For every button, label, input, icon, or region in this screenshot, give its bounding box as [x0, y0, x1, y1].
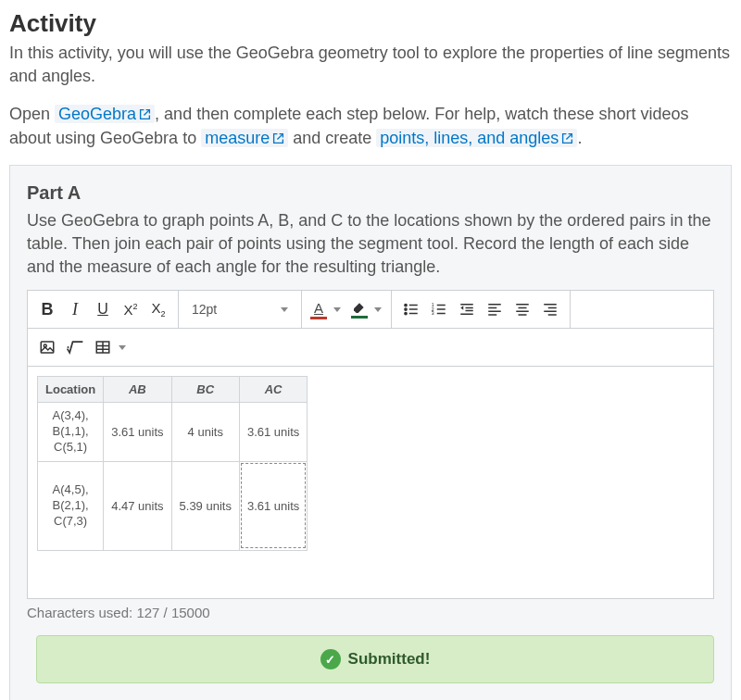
insert-equation-button[interactable] [61, 333, 89, 361]
cell-ab[interactable]: 3.61 units [104, 403, 171, 462]
chevron-down-icon[interactable] [374, 307, 382, 312]
toolbar-row-1: B I U X2 X2 12pt A [28, 291, 713, 329]
marker-icon [352, 300, 367, 315]
check-icon: ✓ [320, 649, 341, 669]
italic-button[interactable]: I [61, 295, 89, 323]
part-title: Part A [27, 182, 714, 204]
link-geogebra-label: GeoGebra [58, 105, 136, 123]
instruction-text: Open GeoGebra, and then complete each st… [9, 103, 732, 149]
bold-button[interactable]: B [33, 295, 61, 323]
link-measure-label: measure [205, 129, 270, 147]
link-geogebra[interactable]: GeoGebra [55, 105, 155, 123]
svg-text:3: 3 [432, 310, 434, 316]
align-center-button[interactable] [509, 295, 536, 323]
cell-location[interactable]: A(4,5), B(2,1), C(7,3) [38, 461, 104, 550]
bullet-list-button[interactable] [397, 295, 425, 323]
svg-rect-29 [41, 342, 54, 353]
loc-c: C(7,3) [45, 514, 95, 530]
svg-point-0 [405, 305, 407, 306]
col-ac: AC [239, 377, 307, 403]
cell-location[interactable]: A(3,4), B(1,1), C(5,1) [38, 403, 104, 462]
table-row: A(4,5), B(2,1), C(7,3) 4.47 units 5.39 u… [38, 461, 308, 550]
external-link-icon [561, 132, 573, 144]
loc-a: A(4,5), [45, 482, 95, 498]
loc-a: A(3,4), [45, 408, 95, 424]
editor-content[interactable]: Location AB BC AC A(3,4), B(1,1), C(5,1)… [28, 367, 713, 598]
chevron-down-icon [281, 307, 288, 312]
text-open: Open [9, 105, 55, 123]
chevron-down-icon[interactable] [119, 345, 126, 350]
outdent-button[interactable] [453, 295, 481, 323]
align-left-button[interactable] [481, 295, 509, 323]
svg-marker-14 [460, 306, 463, 311]
part-a-panel: Part A Use GeoGebra to graph points A, B… [9, 165, 732, 700]
link-points-lines-angles[interactable]: points, lines, and angles [376, 129, 577, 147]
numbered-list-button[interactable]: 123 [425, 295, 453, 323]
svg-point-4 [405, 313, 407, 315]
cell-ac[interactable]: 3.61 units [239, 461, 307, 550]
col-bc: BC [171, 377, 239, 403]
rich-text-editor: B I U X2 X2 12pt A [27, 290, 714, 599]
subscript-button[interactable]: X2 [144, 295, 172, 323]
svg-point-31 [68, 346, 69, 348]
insert-table-button[interactable] [89, 333, 117, 361]
cell-bc[interactable]: 5.39 units [171, 461, 239, 550]
col-location: Location [38, 377, 104, 403]
image-icon [39, 339, 56, 356]
external-link-icon [272, 132, 284, 144]
cell-ac[interactable]: 3.61 units [239, 403, 307, 462]
submitted-banner: ✓ Submitted! [36, 635, 714, 683]
highlight-color-button[interactable] [348, 300, 370, 319]
link-pla-label: points, lines, and angles [380, 129, 559, 147]
cell-bc[interactable]: 4 units [171, 403, 239, 462]
insert-image-button[interactable] [33, 333, 61, 361]
chevron-down-icon[interactable] [333, 307, 341, 312]
link-measure[interactable]: measure [201, 129, 288, 147]
text-color-button[interactable]: A [308, 300, 330, 319]
col-ab: AB [104, 377, 171, 403]
font-size-label: 12pt [192, 302, 217, 317]
table-row: A(3,4), B(1,1), C(5,1) 3.61 units 4 unit… [38, 403, 308, 462]
character-count: Characters used: 127 / 15000 [27, 605, 714, 620]
external-link-icon [139, 108, 151, 120]
superscript-button[interactable]: X2 [117, 295, 144, 323]
submitted-label: Submitted! [348, 650, 431, 669]
align-right-button[interactable] [536, 295, 564, 323]
loc-b: B(2,1), [45, 498, 95, 514]
font-size-select[interactable]: 12pt [184, 298, 295, 320]
part-description: Use GeoGebra to graph points A, B, and C… [27, 209, 714, 280]
page-title: Activity [9, 9, 732, 38]
toolbar-row-2 [28, 329, 713, 367]
intro-text: In this activity, you will use the GeoGe… [9, 42, 732, 88]
sqrt-icon [66, 339, 84, 356]
answer-table: Location AB BC AC A(3,4), B(1,1), C(5,1)… [37, 376, 308, 550]
svg-point-2 [405, 308, 407, 310]
loc-b: B(1,1), [45, 424, 95, 440]
underline-button[interactable]: U [89, 295, 117, 323]
loc-c: C(5,1) [45, 440, 95, 456]
cell-ab[interactable]: 4.47 units [104, 461, 171, 550]
text-mid2: and create [288, 129, 376, 147]
text-end: . [577, 129, 582, 147]
table-icon [94, 339, 111, 356]
